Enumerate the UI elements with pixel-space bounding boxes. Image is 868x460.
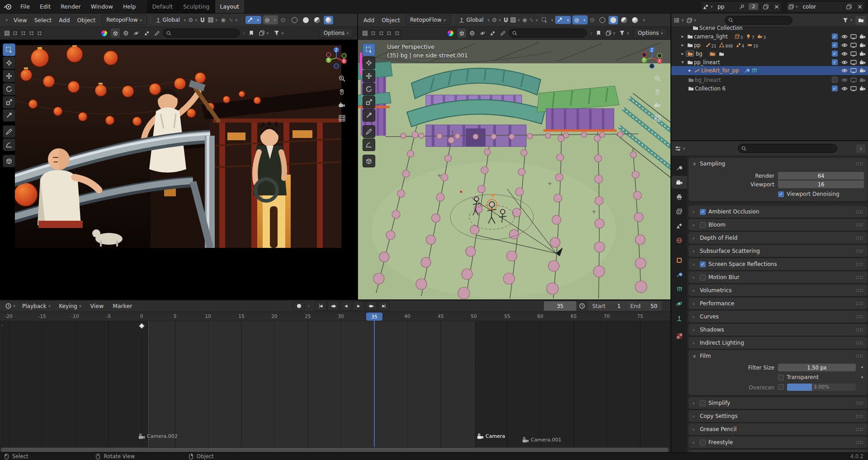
visibility-font-icon[interactable] — [142, 31, 151, 36]
timeline-body[interactable]: › Camera.002 Camera Camera.001 — [0, 321, 670, 447]
shading-solid-icon[interactable] — [609, 16, 618, 24]
menu-object[interactable]: Object — [73, 14, 99, 26]
keying-menu[interactable]: Keying∨ — [55, 302, 85, 311]
playback-menu[interactable]: Playback∨ — [18, 302, 55, 311]
panel-subsurface-scattering[interactable]: ›Subsurface Scattering — [689, 245, 868, 257]
hide-eye-icon[interactable] — [840, 85, 849, 92]
outliner-row-lineart-for-pp[interactable]: ▶ LineArt_for_pp — [671, 66, 868, 75]
visibility-meta-icon[interactable] — [478, 31, 487, 36]
snap-settings-icon[interactable]: ∨ — [207, 17, 219, 23]
select-mode-subtract[interactable] — [378, 30, 385, 37]
pan-icon[interactable] — [338, 89, 345, 95]
tool-move[interactable] — [3, 70, 15, 82]
overlays-toggle-icon[interactable]: ◎∨ — [572, 15, 587, 24]
hide-eye-icon[interactable] — [840, 33, 849, 40]
camera-view-icon[interactable] — [654, 102, 661, 108]
properties-options-icon[interactable]: ∨ — [856, 144, 865, 153]
render-disable-icon[interactable] — [859, 42, 867, 49]
drag-dots-icon[interactable] — [856, 162, 863, 166]
visibility-mesh-icon[interactable] — [111, 28, 120, 38]
shading-rendered-icon[interactable] — [630, 16, 640, 24]
shading-wireframe-icon[interactable] — [598, 16, 607, 24]
marker-camera-002[interactable]: Camera.002 — [138, 433, 178, 440]
viewport-search-field[interactable] — [509, 28, 587, 38]
gizmo-toggle-icon[interactable]: ∨ — [555, 16, 571, 24]
outliner-row-pp[interactable]: ▶ pp 21 848 4 10 ✓ — [671, 41, 868, 49]
visibility-surface-icon[interactable] — [121, 31, 130, 36]
display-settings-icon[interactable]: ∨ — [604, 30, 617, 36]
falloff-icon[interactable]: ∿∨ — [529, 17, 539, 23]
panel-copy-settings[interactable]: ›Copy Settings — [689, 410, 868, 422]
tool-scale[interactable] — [3, 96, 15, 109]
panel-film-header[interactable]: ∨Film — [689, 350, 868, 362]
animate-dot-icon[interactable] — [861, 376, 863, 378]
render-disable-icon[interactable] — [859, 59, 867, 66]
visibility-surface-icon[interactable] — [467, 31, 476, 36]
transparent-checkbox[interactable]: Transparent — [778, 374, 819, 380]
visibility-mesh-icon[interactable] — [458, 28, 467, 38]
shading-rendered-icon[interactable] — [324, 16, 333, 24]
menu-add[interactable]: Add — [55, 14, 73, 26]
exclude-checkbox[interactable]: ✓ — [830, 42, 839, 49]
next-keyframe-button[interactable]: ◆▶ — [365, 301, 377, 311]
exclude-checkbox[interactable] — [830, 76, 839, 84]
filter-icon[interactable]: ∨ — [618, 30, 631, 36]
shading-wireframe-icon[interactable] — [290, 16, 299, 24]
color-wheel-icon[interactable] — [445, 30, 456, 36]
zoom-icon[interactable] — [654, 75, 661, 82]
options-button[interactable]: Options∨ — [633, 28, 668, 38]
drag-dots-icon[interactable] — [856, 354, 863, 358]
left-viewport-scene[interactable] — [15, 45, 341, 248]
tool-transform[interactable] — [363, 109, 375, 122]
tab-default[interactable]: Default — [147, 0, 178, 13]
viewport-disable-icon[interactable] — [849, 33, 858, 40]
pin-icon[interactable] — [737, 4, 747, 9]
menu-add[interactable]: Add — [360, 14, 378, 26]
tool-move[interactable] — [363, 70, 375, 82]
select-mode-subtract[interactable] — [20, 30, 27, 37]
outliner-row-pp-lineart[interactable]: ▼ pp_lineart ✓ — [671, 58, 868, 66]
orientation-dropdown[interactable]: Global∨ — [154, 17, 188, 23]
hide-eye-icon[interactable] — [840, 67, 849, 74]
overscan-checkbox[interactable] — [778, 384, 784, 390]
panel-motion-blur[interactable]: ›Motion Blur — [689, 271, 868, 283]
retopoflow-menu[interactable]: RetopoFlow∨ — [406, 15, 450, 25]
render-disable-icon[interactable] — [859, 67, 867, 74]
outliner-row-collection-6[interactable]: Collection 6 ✓ — [671, 84, 868, 93]
viewport-disable-icon[interactable] — [849, 42, 858, 49]
menu-window[interactable]: Window — [86, 0, 118, 13]
viewport-disable-icon[interactable] — [849, 67, 858, 74]
editor-type-icon[interactable]: ∨ — [2, 18, 10, 22]
hide-eye-icon[interactable] — [840, 76, 849, 84]
tab-layout[interactable]: Layout — [215, 0, 245, 13]
timeline-scrollbar[interactable] — [1, 448, 669, 452]
panel-ambient-occlusion[interactable]: ›✓Ambient Occlusion — [689, 206, 868, 218]
current-frame-field[interactable]: 35 — [544, 301, 576, 311]
viewlayer-name-field[interactable]: color — [800, 4, 843, 10]
outliner-row-bg[interactable]: ▶ bg ✓ — [671, 49, 868, 58]
search-options-icon[interactable]: ∨ — [590, 31, 593, 35]
tool-measure[interactable] — [363, 138, 375, 151]
falloff-icon[interactable]: ∿∨ — [228, 17, 239, 23]
select-mode-extend[interactable] — [370, 30, 377, 37]
tool-measure[interactable] — [3, 138, 15, 151]
new-viewlayer-icon[interactable] — [843, 4, 854, 9]
tweak-tool-icon[interactable]: ∨ — [540, 16, 556, 24]
overlays-toggle-icon[interactable]: ◎∨ — [263, 15, 278, 24]
tab-physics[interactable] — [671, 297, 687, 310]
render-disable-icon[interactable] — [859, 76, 867, 84]
snap-magnet-icon[interactable] — [502, 17, 510, 23]
options-button[interactable]: Options∨ — [319, 28, 354, 38]
snap-magnet-icon[interactable] — [198, 17, 207, 23]
panel-grease-pencil[interactable]: ›Grease Pencil — [689, 423, 868, 435]
viewlayer-icon[interactable]: ∨ — [786, 4, 800, 9]
tool-transform[interactable] — [3, 109, 15, 122]
menu-file[interactable]: File — [15, 0, 35, 13]
viewport-disable-icon[interactable] — [849, 59, 858, 66]
menu-view[interactable]: View — [10, 14, 31, 26]
scene-name-field[interactable]: pp — [715, 4, 737, 10]
use-preview-range-icon[interactable] — [579, 303, 585, 309]
tool-rotate[interactable] — [363, 83, 375, 95]
view-menu[interactable]: View — [86, 300, 108, 312]
editor-type-icon[interactable]: ∨ — [675, 146, 685, 152]
